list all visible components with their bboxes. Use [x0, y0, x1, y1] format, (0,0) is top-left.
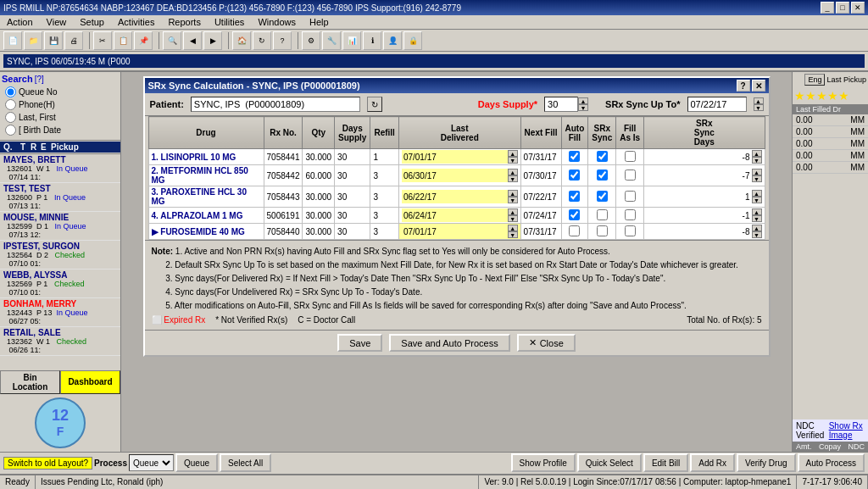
show-profile-btn[interactable]: Show Profile: [511, 453, 576, 472]
patient-input[interactable]: [191, 97, 360, 112]
save-auto-button[interactable]: Save and Auto Process: [389, 334, 509, 352]
eng-btn[interactable]: Eng: [804, 74, 825, 86]
sync-spin-up[interactable]: ▲: [754, 97, 764, 104]
tb-print[interactable]: 🖨: [64, 31, 83, 50]
sync-days-input[interactable]: [647, 169, 751, 182]
dashboard-btn[interactable]: Dashboard: [60, 370, 120, 394]
auto-process-btn[interactable]: Auto Process: [798, 453, 865, 472]
menu-windows[interactable]: Windows: [254, 16, 299, 28]
list-item[interactable]: MOUSE, MINNIE 132599 D 1 In Queue 07/13 …: [0, 212, 120, 241]
srx-sync-check[interactable]: [597, 169, 608, 181]
radio-phone[interactable]: Phone(H): [5, 99, 115, 110]
tb-refresh[interactable]: ↻: [253, 31, 271, 50]
list-item[interactable]: WEBB, ALYSSA 132569 P 1 Checked 07/10 01…: [0, 270, 120, 298]
auto-fill-check[interactable]: [569, 225, 580, 236]
process-select[interactable]: Queue Profile All: [129, 454, 174, 471]
srx-sync-check[interactable]: [597, 209, 608, 220]
tb-info[interactable]: ℹ: [363, 31, 381, 50]
tb-chart[interactable]: 📊: [342, 31, 361, 50]
close-btn[interactable]: ✕: [851, 2, 865, 14]
fill-as-is-check[interactable]: [625, 151, 636, 162]
radio-name[interactable]: Last, First: [5, 112, 115, 123]
sd-up[interactable]: ▲: [752, 208, 762, 215]
days-spin-down[interactable]: ▼: [578, 104, 588, 111]
sd-down[interactable]: ▼: [752, 231, 762, 238]
ld-down[interactable]: ▼: [508, 197, 518, 203]
tb-home[interactable]: 🏠: [232, 31, 251, 50]
maximize-btn[interactable]: □: [836, 2, 849, 14]
sync-days-input[interactable]: [647, 150, 751, 164]
auto-fill-check[interactable]: [569, 209, 580, 220]
sync-days-input[interactable]: [647, 208, 751, 222]
days-spin-up[interactable]: ▲: [578, 97, 588, 104]
tb-user[interactable]: 👤: [383, 31, 402, 50]
ld-down[interactable]: ▼: [508, 215, 518, 222]
tb-back[interactable]: ◀: [183, 31, 202, 50]
tb-search[interactable]: 🔍: [163, 31, 181, 50]
auto-fill-check[interactable]: [569, 151, 580, 162]
auto-fill-check[interactable]: [569, 191, 580, 202]
last-delivered-input[interactable]: [402, 190, 508, 203]
last-delivered-input[interactable]: [402, 225, 508, 238]
days-supply-input[interactable]: [544, 97, 578, 112]
ld-up[interactable]: ▲: [508, 190, 518, 197]
sd-up[interactable]: ▲: [752, 190, 762, 197]
sync-upto-input[interactable]: [687, 97, 747, 112]
tb-help2[interactable]: ?: [273, 31, 292, 50]
radio-queue[interactable]: Queue No: [5, 86, 115, 97]
fill-as-is-check[interactable]: [625, 209, 636, 220]
sync-spin-down[interactable]: ▼: [754, 104, 764, 111]
add-rx-btn[interactable]: Add Rx: [690, 453, 735, 472]
menu-reports[interactable]: Reports: [164, 16, 204, 28]
sd-down[interactable]: ▼: [752, 175, 762, 182]
ld-down[interactable]: ▼: [508, 157, 518, 164]
sync-days-input[interactable]: [647, 225, 751, 238]
last-delivered-input[interactable]: [402, 208, 508, 222]
edit-bill-btn[interactable]: Edit Bill: [643, 453, 688, 472]
queue-btn[interactable]: Queue: [175, 453, 218, 472]
verify-drug-btn[interactable]: Verify Drug: [737, 453, 795, 472]
tb-open[interactable]: 📁: [24, 31, 42, 50]
radio-birth[interactable]: [ Birth Date: [5, 125, 115, 136]
menu-utilities[interactable]: Utilities: [211, 16, 248, 28]
sd-down[interactable]: ▼: [752, 215, 762, 222]
sd-up[interactable]: ▲: [752, 225, 762, 231]
ld-down[interactable]: ▼: [508, 175, 518, 182]
tb-lock[interactable]: 🔒: [403, 31, 422, 50]
ld-up[interactable]: ▲: [508, 169, 518, 175]
sd-down[interactable]: ▼: [752, 197, 762, 203]
ld-up[interactable]: ▲: [508, 225, 518, 231]
show-rx-image-link[interactable]: Show Rx Image: [829, 421, 865, 440]
sd-up[interactable]: ▲: [752, 150, 762, 157]
radio-queue-input[interactable]: [5, 86, 16, 97]
auto-fill-check[interactable]: [569, 169, 580, 181]
tb-forward[interactable]: ▶: [203, 31, 222, 50]
menu-help[interactable]: Help: [306, 16, 332, 28]
save-button[interactable]: Save: [337, 334, 382, 352]
modal-help-btn[interactable]: ?: [737, 80, 750, 92]
tb-save[interactable]: 💾: [44, 31, 63, 50]
quick-select-btn[interactable]: Quick Select: [577, 453, 642, 472]
list-item[interactable]: BONHAM, MERRY 132443 P 13 In Queue 06/27…: [0, 298, 120, 327]
fill-as-is-check[interactable]: [625, 225, 636, 236]
srx-sync-check[interactable]: [597, 225, 608, 236]
ld-up[interactable]: ▲: [508, 150, 518, 157]
menu-view[interactable]: View: [43, 16, 70, 28]
tb-cut[interactable]: ✂: [93, 31, 112, 50]
sd-up[interactable]: ▲: [752, 169, 762, 175]
sync-days-input[interactable]: [647, 190, 751, 203]
last-delivered-input[interactable]: [402, 150, 508, 164]
switch-layout-btn[interactable]: Switch to old Layout?: [3, 457, 92, 470]
last-delivered-input[interactable]: [402, 169, 508, 182]
select-all-btn[interactable]: Select All: [220, 453, 271, 472]
close-button[interactable]: ✕ Close: [517, 334, 576, 352]
menu-setup[interactable]: Setup: [76, 16, 108, 28]
tb-paste[interactable]: 📌: [134, 31, 153, 50]
tb-copy[interactable]: 📋: [114, 31, 132, 50]
minimize-btn[interactable]: _: [821, 2, 834, 14]
fill-as-is-check[interactable]: [625, 191, 636, 202]
radio-phone-input[interactable]: [5, 99, 16, 110]
radio-name-input[interactable]: [5, 112, 16, 123]
menu-action[interactable]: Action: [3, 16, 36, 28]
menu-activities[interactable]: Activities: [114, 16, 158, 28]
